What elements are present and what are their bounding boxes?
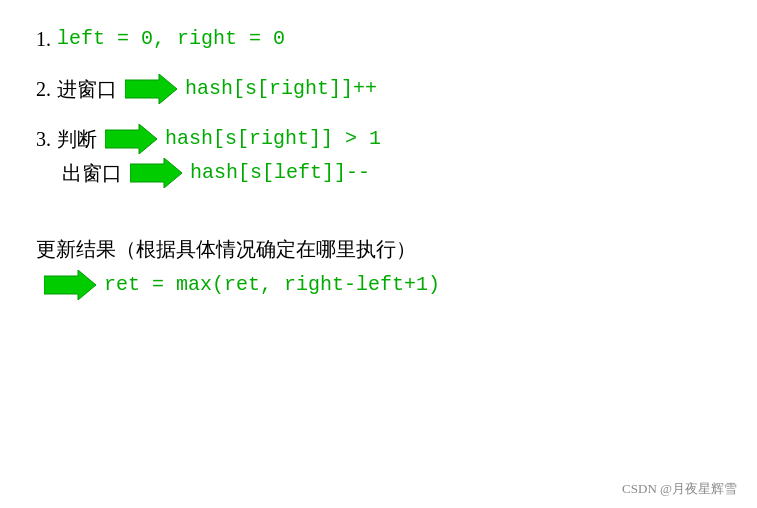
spacer bbox=[36, 208, 721, 224]
svg-marker-1 bbox=[105, 124, 157, 154]
line-3-label2: 出窗口 bbox=[62, 158, 122, 188]
line-3-code1: hash[s[right]] > 1 bbox=[165, 124, 381, 154]
line-4-text: 更新结果（根据具体情况确定在哪里执行） bbox=[36, 234, 416, 264]
step-1-num: 1. bbox=[36, 24, 51, 54]
line-3-code2: hash[s[left]]-- bbox=[190, 158, 370, 188]
main-container: 1. left = 0, right = 0 2. 进窗口 hash[s[rig… bbox=[0, 0, 757, 508]
watermark: CSDN @月夜星辉雪 bbox=[622, 480, 737, 498]
line-1-code: left = 0, right = 0 bbox=[57, 24, 285, 54]
line-5: ret = max(ret, right-left+1) bbox=[36, 270, 721, 300]
line-2: 2. 进窗口 hash[s[right]]++ bbox=[36, 74, 721, 104]
line-3-row-1: 3. 判断 hash[s[right]] > 1 bbox=[36, 124, 721, 154]
svg-marker-3 bbox=[44, 270, 96, 300]
line-3-row-2: 出窗口 hash[s[left]]-- bbox=[36, 158, 721, 188]
line-3: 3. 判断 hash[s[right]] > 1 出窗口 hash[s[left… bbox=[36, 124, 721, 188]
line-4: 更新结果（根据具体情况确定在哪里执行） bbox=[36, 234, 721, 264]
step-2-num: 2. bbox=[36, 74, 51, 104]
step-3-num: 3. bbox=[36, 124, 51, 154]
line-2-label: 进窗口 bbox=[57, 74, 117, 104]
svg-marker-0 bbox=[125, 74, 177, 104]
svg-marker-2 bbox=[130, 158, 182, 188]
arrow-3a-icon bbox=[105, 124, 157, 154]
line-5-code: ret = max(ret, right-left+1) bbox=[104, 270, 440, 300]
line-3-label1: 判断 bbox=[57, 124, 97, 154]
arrow-2-icon bbox=[125, 74, 177, 104]
line-2-code: hash[s[right]]++ bbox=[185, 74, 377, 104]
line-1: 1. left = 0, right = 0 bbox=[36, 24, 721, 54]
arrow-5-icon bbox=[44, 270, 96, 300]
arrow-3b-icon bbox=[130, 158, 182, 188]
